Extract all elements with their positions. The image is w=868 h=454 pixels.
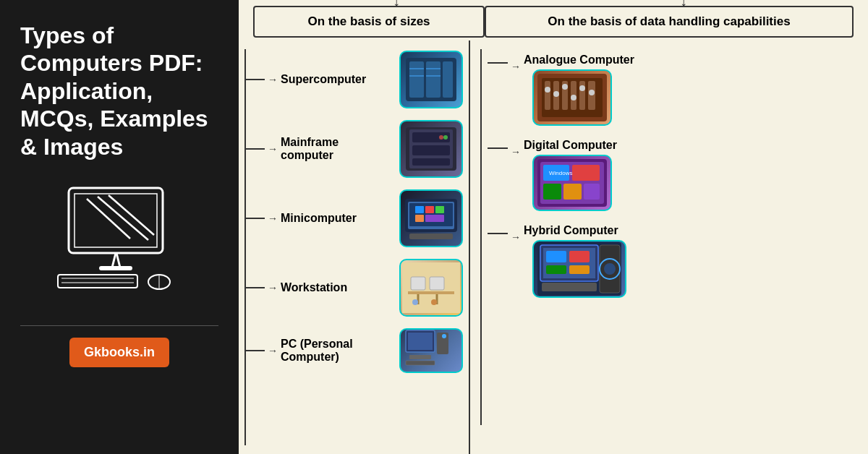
svg-line-6: [116, 253, 120, 267]
svg-rect-8: [58, 275, 137, 288]
left-panel: Types of Computers PDF: Application, MCQ…: [0, 0, 239, 454]
svg-rect-35: [425, 215, 444, 222]
svg-rect-36: [409, 234, 453, 239]
horiz-line: [488, 147, 508, 149]
pc-image: [399, 328, 463, 373]
list-item: → Minicomputer: [244, 187, 469, 250]
svg-rect-71: [584, 184, 600, 200]
svg-line-3: [98, 197, 148, 240]
header-sizes: On the basis of sizes: [253, 6, 485, 38]
mainframe-image: [399, 120, 463, 178]
horiz-line: [244, 218, 265, 219]
data-item-content: Digital Computer Win: [524, 139, 868, 211]
data-item-content: Hybrid Computer: [524, 224, 868, 298]
svg-point-27: [439, 135, 443, 140]
list-item: → Mainframe computer: [244, 117, 469, 181]
svg-rect-0: [69, 188, 163, 253]
headers-row: ↓ ↓ On the basis of sizes On the basis o…: [239, 0, 868, 38]
svg-point-44: [431, 299, 437, 305]
svg-line-4: [109, 195, 154, 235]
minicomputer-image: [399, 189, 463, 247]
columns-wrapper: ↓ ↓ On the basis of sizes On the basis o…: [239, 0, 868, 454]
svg-text:Windows: Windows: [549, 170, 572, 176]
svg-rect-49: [406, 361, 435, 365]
svg-line-5: [112, 253, 116, 267]
list-item: → Supercomputer: [244, 48, 469, 111]
svg-rect-32: [425, 206, 434, 213]
arrow-icon: →: [511, 61, 521, 72]
arrow-icon: →: [511, 146, 521, 158]
computer-illustration: [47, 181, 192, 299]
arrow-icon: →: [268, 143, 278, 155]
hybrid-image: [532, 240, 626, 298]
workstation-image: [399, 259, 463, 317]
arrow-down-data: ↓: [680, 0, 687, 9]
sizes-header-label: On the basis of sizes: [253, 6, 485, 38]
data-header-label: On the basis of data handling capabiliti…: [485, 6, 854, 38]
right-panel: ↓ ↓ On the basis of sizes On the basis o…: [239, 0, 868, 454]
svg-rect-24: [412, 145, 450, 155]
svg-rect-33: [435, 206, 444, 213]
list-item: → Digital Computer: [488, 133, 868, 213]
svg-point-63: [579, 85, 585, 91]
svg-point-59: [545, 87, 550, 93]
svg-rect-31: [415, 206, 424, 213]
list-item: → Hybrid Computer: [488, 218, 868, 298]
horiz-line: [488, 233, 508, 234]
svg-rect-46: [408, 333, 433, 350]
svg-rect-7: [99, 266, 132, 270]
svg-point-43: [412, 299, 418, 305]
svg-rect-40: [430, 277, 444, 290]
digital-image: Windows: [532, 155, 612, 211]
svg-rect-34: [415, 215, 424, 222]
arrow-icon: →: [268, 282, 278, 294]
list-item: → Workstation: [244, 256, 469, 320]
svg-rect-77: [569, 251, 590, 262]
svg-rect-48: [409, 355, 431, 359]
svg-point-62: [571, 95, 576, 100]
svg-rect-70: [563, 184, 582, 200]
svg-point-60: [553, 91, 559, 97]
arrow-icon: →: [268, 74, 278, 85]
svg-rect-53: [545, 81, 550, 110]
svg-point-50: [442, 334, 446, 338]
size-label-mini: Minicomputer: [281, 212, 360, 225]
svg-rect-38: [408, 291, 454, 294]
brand-badge[interactable]: Gkbooks.in: [69, 338, 169, 367]
analogue-image: [532, 69, 612, 126]
divider: [20, 325, 218, 326]
svg-rect-79: [569, 265, 590, 274]
horiz-line: [244, 287, 265, 288]
svg-rect-16: [443, 61, 453, 98]
svg-rect-14: [409, 61, 424, 98]
svg-rect-76: [546, 251, 566, 262]
svg-rect-80: [542, 283, 597, 291]
horiz-line: [488, 62, 508, 64]
data-label-digital: Digital Computer: [524, 139, 868, 152]
list-item: → PC (Personal Computer): [244, 325, 469, 376]
supercomputer-image: [399, 51, 463, 108]
data-label-hybrid: Hybrid Computer: [524, 224, 868, 237]
size-label-supercomputer: Supercomputer: [281, 73, 366, 86]
arrow-icon: →: [268, 213, 278, 224]
horiz-line: [244, 79, 265, 80]
header-data: On the basis of data handling capabiliti…: [485, 6, 854, 38]
svg-point-64: [589, 90, 595, 95]
arrow-icon: →: [268, 345, 278, 356]
page-title: Types of Computers PDF: Application, MCQ…: [20, 22, 218, 160]
svg-rect-39: [411, 277, 425, 290]
svg-point-83: [604, 263, 616, 275]
svg-rect-68: [572, 165, 600, 181]
svg-point-61: [562, 84, 568, 90]
list-item: → Analogue Computer: [488, 48, 868, 127]
size-label-pc: PC (Personal Computer): [281, 338, 360, 364]
data-label-analogue: Analogue Computer: [524, 53, 868, 67]
arrow-icon: →: [511, 231, 521, 243]
svg-rect-69: [543, 184, 561, 200]
horiz-line: [244, 148, 265, 150]
arrow-down-sizes: ↓: [393, 0, 400, 9]
size-label-workstation: Workstation: [281, 281, 360, 294]
svg-rect-78: [546, 265, 566, 274]
data-item-content: Analogue Computer: [524, 53, 868, 126]
data-vert-line: [480, 49, 482, 425]
